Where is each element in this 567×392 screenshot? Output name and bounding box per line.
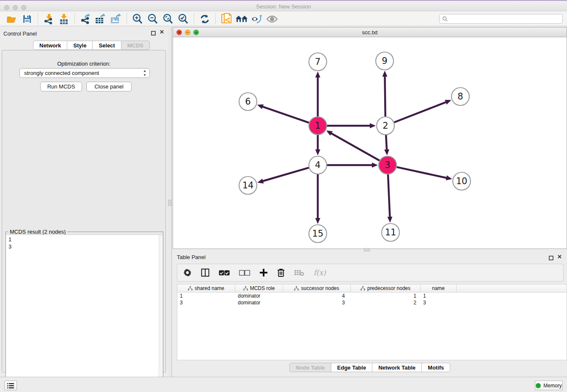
eye-button[interactable] [264,13,280,25]
table-row[interactable]: 1 dominator 4 1 1 [177,293,567,299]
tab-node-table[interactable]: Node Table [289,363,331,372]
export-network-button[interactable] [78,13,93,25]
graph-edge[interactable] [386,135,387,151]
session-title: Session: New Session [0,3,567,10]
status-bar: Memory [0,377,567,392]
close-panel-icon[interactable]: ✕ [160,29,164,35]
toolbar-separator [74,14,75,25]
edge-arrowhead-icon [446,175,452,180]
unchecked-boxes-icon [239,270,250,276]
node-label: 9 [382,56,387,66]
result-scrollbar[interactable] [159,235,163,392]
sort-tree-icon [361,286,365,291]
edge-arrowhead-icon [257,104,264,109]
apply-layout-button[interactable] [197,13,212,25]
table-panel-title: Table Panel [177,254,206,260]
tab-mcds[interactable]: MCDS [121,41,150,50]
float-table-panel-icon[interactable] [549,254,553,262]
run-mcds-button[interactable]: Run MCDS [40,82,82,91]
graph-edge[interactable] [394,102,447,122]
save-session-button[interactable] [19,13,35,25]
export-table-button[interactable] [93,13,108,25]
table-settings-button[interactable] [183,268,192,277]
close-table-panel-icon[interactable]: ✕ [557,254,562,260]
graph-edge[interactable] [388,174,390,218]
delete-column-button[interactable] [277,268,285,277]
cell-successor-nodes: 3 [283,299,351,306]
float-panel-icon[interactable] [151,30,156,37]
graph-edge[interactable] [330,133,380,161]
cell-mcds-role: dominator [235,293,283,299]
cell-mcds-role: dominator [235,299,283,306]
floppy-disk-icon [22,14,32,24]
tab-style[interactable]: Style [67,41,93,50]
edge-arrowhead-icon [382,71,387,77]
show-columns-button[interactable] [201,268,209,277]
graph-edge[interactable] [385,75,385,116]
task-history-button[interactable] [4,381,17,390]
cell-name: 3 [421,299,457,306]
edge-arrowhead-icon [372,163,378,168]
add-column-button[interactable] [259,268,268,277]
export-image-button[interactable] [108,13,124,25]
criterion-dropdown[interactable]: strongly connected component ▲▼ [19,68,150,78]
column-header-mcds-role[interactable]: MCDS role [235,284,283,292]
tab-motifs[interactable]: Motifs [422,363,450,372]
sort-tree-icon [243,286,248,291]
divider-grip[interactable] [168,200,171,206]
column-header-predecessor-nodes[interactable]: predecessor nodes [351,284,421,292]
zoom-selected-button[interactable] [176,13,191,25]
graph-edge[interactable] [396,167,447,178]
import-table-icon [59,14,69,25]
cell-shared-name: 1 [177,293,235,299]
node-label: 7 [315,57,320,67]
search-input[interactable] [439,14,563,24]
cell-predecessor-nodes: 1 [351,293,421,299]
table-header-row: shared name MCDS role successor nodes pr… [177,284,567,293]
column-header-name[interactable]: name [421,284,457,292]
mcds-panel: Optimization criterion: strongly connect… [2,50,166,373]
close-panel-button[interactable]: Close panel [86,82,132,91]
tab-network-table[interactable]: Network Table [372,363,422,372]
node-label: 6 [245,97,250,107]
network-window-titlebar[interactable]: ✕ − ＋ scc.txt [173,28,567,37]
edge-arrowhead-icon [315,149,320,155]
tab-edge-table[interactable]: Edge Table [331,363,372,372]
graph-edge[interactable] [262,168,309,181]
tab-select[interactable]: Select [93,41,121,50]
select-all-button[interactable] [219,270,230,276]
network-graph-canvas[interactable]: 7968124314101511 [173,37,567,249]
memory-button[interactable]: Memory [535,381,563,390]
table-row[interactable]: 3 dominator 3 2 3 [177,299,567,306]
vertical-split-divider[interactable] [168,27,173,377]
clone-network-button[interactable] [219,13,234,25]
zoom-out-button[interactable] [145,13,160,25]
function-builder-button[interactable]: f(x) [314,268,326,277]
divider-grip[interactable] [364,248,370,251]
column-header-successor-nodes[interactable]: successor nodes [283,284,351,292]
home-icon [235,14,248,24]
import-table-button[interactable] [56,13,72,25]
tab-network[interactable]: Network [33,41,67,50]
open-folder-icon [6,14,17,24]
delete-table-button[interactable] [294,269,304,276]
mcds-result-box: MCDS result (2 nodes) 1 3 [6,232,163,392]
column-header-shared-name[interactable]: shared name [177,284,235,292]
toolbar-separator [127,14,127,25]
mcds-result-text: 1 3 [6,235,163,392]
horizontal-split-divider[interactable] [173,249,567,252]
gear-icon [183,268,192,277]
node-table: shared name MCDS role successor nodes pr… [177,284,567,360]
mcds-result-title: MCDS result (2 nodes) [8,229,67,235]
deselect-all-button[interactable] [239,270,250,276]
delete-table-icon [294,269,304,276]
show-hide-graphics-button[interactable] [249,13,264,25]
zoom-fit-button[interactable] [160,13,176,25]
home-button[interactable] [234,13,249,25]
sort-tree-icon [294,286,299,291]
graph-edge[interactable] [261,106,309,123]
open-session-button[interactable] [4,13,19,25]
eye-icon [266,15,278,23]
zoom-in-button[interactable] [130,13,145,25]
import-network-button[interactable] [41,13,56,25]
